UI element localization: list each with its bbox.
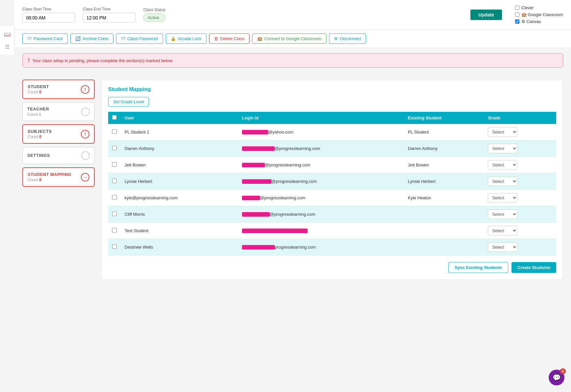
table-row: Test Student Select K 1 2 3 4 5 6 7 8 9 … xyxy=(108,223,556,239)
sidebar-settings-info: SETTINGS xyxy=(27,153,50,159)
disconnect-button[interactable]: ⚙ Disconnect xyxy=(329,34,366,44)
student-mapping-panel: Student Mapping Set Grade Level User Log… xyxy=(101,80,563,280)
row-login-id: progresslearning.com xyxy=(238,239,404,256)
mapping-arrow-icon: → xyxy=(81,173,89,182)
set-grade-level-button[interactable]: Set Grade Level xyxy=(108,97,149,107)
row-existing-student: Kyle Heaton xyxy=(404,190,484,206)
sync-existing-students-button[interactable]: Sync Existing Students xyxy=(448,262,508,273)
sidebar-item-teacher[interactable]: TEACHER Count 1 xyxy=(22,102,95,121)
select-all-checkbox[interactable] xyxy=(112,115,117,120)
delete-class-button[interactable]: 🗑 Delete Class xyxy=(209,34,250,44)
sidebar-teacher-info: TEACHER Count 1 xyxy=(27,107,49,117)
row-checkbox-cell xyxy=(108,190,121,206)
shield-icon: 🛡 xyxy=(27,36,32,41)
row-checkbox[interactable] xyxy=(112,195,117,200)
sidebar-student-label: STUDENT xyxy=(28,84,49,89)
row-grade: Select K 1 2 3 4 5 6 7 8 9 10 11 12 xyxy=(484,124,556,140)
list-icon[interactable]: ☰ xyxy=(3,42,12,51)
table-row: Cliff Morris @progresslearning.com Selec… xyxy=(108,206,556,223)
disconnect-icon: ⚙ xyxy=(334,36,338,41)
archive-class-button[interactable]: 🔄 Archive Class xyxy=(70,34,113,44)
class-start-time-label: Class Start Time xyxy=(22,7,75,12)
sidebar-student-info: STUDENT Count 0 xyxy=(28,84,49,94)
sidebar-subjects-label: SUBJECTS xyxy=(28,129,52,134)
password-card-label: Password Card xyxy=(34,36,63,41)
table-row: kyle@progresslearning.com @progresslearn… xyxy=(108,190,556,206)
header-login-id: Login Id xyxy=(238,112,404,124)
table-header-row: User Login Id Existing Student Grade xyxy=(108,112,556,124)
class-start-time-group: Class Start Time xyxy=(22,7,75,23)
row-checkbox-cell xyxy=(108,206,121,223)
grade-select[interactable]: Select K 1 2 3 4 5 6 7 8 9 10 11 12 xyxy=(488,160,517,170)
connect-google-button[interactable]: 🏫 Connect to Google Classroom xyxy=(252,34,326,44)
row-user: Darren Anthony xyxy=(121,140,238,157)
grade-select[interactable]: Select K 1 2 3 4 5 6 7 8 9 10 11 12 xyxy=(488,127,517,137)
row-user: Destinee Wells xyxy=(121,239,238,256)
grade-select[interactable]: Select K 1 2 3 4 5 6 7 8 9 10 11 12 xyxy=(488,242,517,252)
student-error-icon: ! xyxy=(81,85,89,94)
arcade-lock-button[interactable]: 🔒 Arcade Lock xyxy=(166,34,206,44)
sidebar-subjects-info: SUBJECTS Count 0 xyxy=(28,129,52,139)
arcade-lock-icon: 🔒 xyxy=(171,36,176,41)
settings-circle-icon xyxy=(81,151,90,160)
canvas-checkbox-row: ⚙ Canvas xyxy=(515,19,563,24)
class-end-time-input[interactable] xyxy=(83,13,135,23)
header-user: User xyxy=(121,112,238,124)
clever-label: Clever xyxy=(521,5,534,10)
class-status-group: Class Status Active xyxy=(143,8,165,22)
left-sidebar: 📖 ☰ xyxy=(0,26,15,55)
disconnect-label: Disconnect xyxy=(340,36,361,41)
sidebar-student-count: Count 0 xyxy=(28,90,49,94)
header-checkbox xyxy=(108,112,121,124)
grade-select[interactable]: Select K 1 2 3 4 5 6 7 8 9 10 11 12 xyxy=(488,177,517,186)
action-bar: 🛡 Password Card 🔄 Archive Class 🛡 Class … xyxy=(14,30,571,48)
student-mapping-table: User Login Id Existing Student Grade PL … xyxy=(108,112,556,256)
table-row: Darren Anthony @progresslearning.com Dar… xyxy=(108,140,556,157)
class-password-button[interactable]: 🛡 Class Password xyxy=(116,34,163,44)
integration-checkboxes: Clever 🏫 Google Classroom ⚙ Canvas xyxy=(515,5,563,24)
row-login-id xyxy=(238,223,404,239)
row-user: Test Student xyxy=(121,223,238,239)
sidebar-mapping-count: Count 8 xyxy=(28,178,71,182)
sidebar-item-subjects[interactable]: SUBJECTS Count 0 ! xyxy=(22,124,95,144)
sidebar-teacher-count: Count 1 xyxy=(27,112,49,117)
student-mapping-title: Student Mapping xyxy=(108,86,556,92)
row-checkbox[interactable] xyxy=(112,162,117,167)
row-checkbox-cell xyxy=(108,140,121,157)
table-row: Jett Bowen @progresslearning.com Jett Bo… xyxy=(108,157,556,173)
update-button[interactable]: Update xyxy=(470,10,502,20)
sidebar-item-settings[interactable]: SETTINGS xyxy=(22,147,95,164)
alert-banner: ! Your class setup is pending, please co… xyxy=(22,53,563,68)
google-checkbox[interactable] xyxy=(515,12,519,17)
google-checkbox-row: 🏫 Google Classroom xyxy=(515,12,563,17)
grade-select[interactable]: Select K 1 2 3 4 5 6 7 8 9 10 11 12 xyxy=(488,209,517,219)
row-existing-student xyxy=(404,239,484,256)
row-checkbox[interactable] xyxy=(112,244,117,249)
row-checkbox[interactable] xyxy=(112,211,117,216)
row-checkbox-cell xyxy=(108,124,121,140)
canvas-checkbox[interactable] xyxy=(515,19,519,24)
sidebar-item-student-mapping[interactable]: STUDENT MAPPING Count 8 → xyxy=(22,167,95,187)
class-start-time-input[interactable] xyxy=(22,13,75,23)
create-students-button[interactable]: Create Students xyxy=(512,262,556,273)
row-user: Jett Bowen xyxy=(121,157,238,173)
grade-select[interactable]: Select K 1 2 3 4 5 6 7 8 9 10 11 12 xyxy=(488,144,517,153)
sidebar-item-student[interactable]: STUDENT Count 0 ! xyxy=(22,80,95,99)
table-row: PL Student 1 @yahoo.com PL Student Selec… xyxy=(108,124,556,140)
clever-checkbox-row: Clever xyxy=(515,5,563,10)
password-card-button[interactable]: 🛡 Password Card xyxy=(22,34,68,44)
clever-checkbox[interactable] xyxy=(515,6,519,10)
row-checkbox[interactable] xyxy=(112,228,117,233)
row-checkbox[interactable] xyxy=(112,179,117,183)
row-checkbox-cell xyxy=(108,173,121,190)
google-classroom-icon: 🏫 xyxy=(257,36,262,41)
grade-select[interactable]: Select K 1 2 3 4 5 6 7 8 9 10 11 12 xyxy=(488,193,517,203)
alert-message: Your class setup is pending, please comp… xyxy=(32,58,173,63)
table-row: Lynsie Herbert @progresslearning.com Lyn… xyxy=(108,173,556,190)
book-icon[interactable]: 📖 xyxy=(3,30,12,39)
row-grade: Select K 1 2 3 4 5 6 7 8 9 10 11 12 xyxy=(484,223,556,239)
row-checkbox[interactable] xyxy=(112,146,117,150)
sidebar-subjects-count: Count 0 xyxy=(28,135,52,139)
row-checkbox[interactable] xyxy=(112,129,117,134)
grade-select[interactable]: Select K 1 2 3 4 5 6 7 8 9 10 11 12 xyxy=(488,226,517,235)
